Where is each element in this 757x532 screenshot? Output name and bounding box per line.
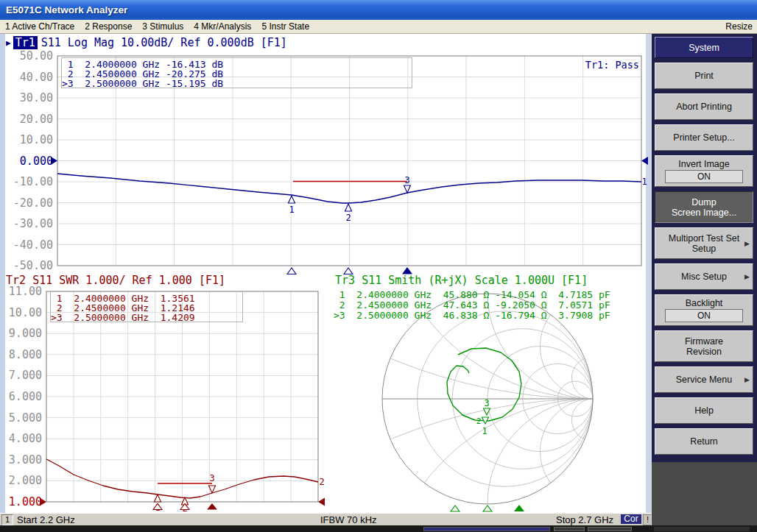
softkey-group-background: SystemPrintAbort PrintingPrinter Setup..…: [652, 34, 757, 462]
tr1-axis-marker1-icon: [287, 268, 296, 274]
tr1-marker3-label: 3: [404, 175, 409, 185]
stop-frequency: Stop 2.7 GHz: [556, 514, 613, 525]
tr1-marker3-icon: [404, 185, 411, 193]
submenu-arrow-icon: ▶: [744, 273, 750, 280]
title-bar: E5071C Network Analyzer: [0, 0, 757, 20]
y-tick-label: 10.00: [12, 130, 53, 151]
tr3-axis-marker3-icon: [514, 505, 524, 511]
misc-setup-button[interactable]: Misc Setup▶: [655, 263, 753, 290]
button-label: Return: [690, 436, 718, 447]
y-tick-label: -10.00: [12, 171, 53, 193]
tr3-label: Tr3: [335, 274, 355, 287]
tr1-y-axis-ticks: 50.0040.0030.0020.0010.000.000-10.00-20.…: [12, 46, 53, 277]
multiport-test-set-setup-button[interactable]: Multiport Test SetSetup▶: [655, 227, 753, 259]
tr1-marker1-icon: [289, 196, 295, 203]
menu-bar: 1 Active Ch/Trace2 Response3 Stimulus4 M…: [0, 20, 757, 34]
softkey-buttons: SystemPrintAbort PrintingPrinter Setup..…: [655, 37, 753, 459]
menu-1-active-ch-trace[interactable]: 1 Active Ch/Trace: [0, 20, 80, 32]
tr3-marker-table: 1 2.4000000 GHz 45.880 Ω -14.054 Ω 4.718…: [334, 290, 610, 321]
menu-3-stimulus[interactable]: 3 Stimulus: [137, 20, 189, 32]
softkey-sidebar: SystemPrintAbort PrintingPrinter Setup..…: [651, 34, 757, 525]
tr3-header[interactable]: Tr3 S11 Smith (R+jX) Scale 1.000U [F1]: [335, 274, 588, 287]
bottom-bar-segment: [423, 527, 550, 531]
y-tick-label: 4.000: [1, 428, 42, 450]
y-tick-label: 40.00: [12, 67, 53, 88]
dump-screen-image-button[interactable]: DumpScreen Image...: [655, 191, 753, 223]
button-label: Invert Image: [678, 159, 729, 169]
tr3-axis-marker1-icon: [451, 506, 460, 511]
marker-row: >3 2.5000000 GHz 46.838 Ω -16.794 Ω 3.79…: [334, 311, 610, 321]
marker-row: 2 2.4500000 GHz 47.643 Ω -9.2050 Ω 7.057…: [334, 300, 610, 311]
menu-5-instr-state[interactable]: 5 Instr State: [256, 20, 314, 32]
button-label: Help: [694, 405, 714, 416]
tr1-marker2-label: 2: [345, 213, 351, 223]
tr1-marker2-icon: [345, 204, 352, 211]
instrument-screen: E5071C Network Analyzer 1 Active Ch/Trac…: [0, 0, 757, 532]
y-tick-label: 6.000: [1, 386, 42, 408]
tr1-marker-table: 1 2.4000000 GHz -16.413 dB 2 2.4500000 G…: [61, 57, 412, 88]
tr1-pass-status: Tr1: Pass: [560, 59, 639, 71]
tr2-y-axis-ticks: 11.0010.009.0008.0007.0006.0005.0004.000…: [1, 281, 42, 513]
bottom-bar-segment: [554, 527, 585, 531]
button-label: Screen Image...: [672, 208, 736, 218]
menu-2-response[interactable]: 2 Response: [80, 20, 137, 32]
service-menu-button[interactable]: Service Menu▶: [655, 366, 753, 393]
button-label: Misc Setup: [681, 272, 727, 282]
marker-row: 1 2.4000000 GHz 45.880 Ω -14.054 Ω 4.718…: [334, 290, 610, 300]
firmware-revision-button[interactable]: FirmwareRevision: [655, 330, 753, 362]
return-button[interactable]: Return: [655, 428, 753, 455]
resize-button[interactable]: Resize: [725, 21, 753, 32]
tr1-marker1-label: 1: [289, 205, 294, 215]
marker-row: >3 2.5000000 GHz -15.195 dB: [62, 79, 412, 88]
button-label: Printer Setup...: [673, 132, 734, 143]
start-frequency: Start 2.2 GHz: [17, 514, 75, 525]
button-label: Firmware: [685, 336, 723, 347]
button-label: System: [689, 43, 719, 53]
y-tick-label: 7.000: [1, 365, 42, 386]
tr1-ref-arrow-right-icon: [641, 157, 648, 165]
toggle-state[interactable]: ON: [665, 309, 743, 322]
system-button[interactable]: System: [655, 37, 753, 58]
y-tick-label: 2.000: [1, 470, 42, 492]
y-tick-label: 3.000: [1, 450, 42, 471]
window-title: E5071C Network Analyzer: [6, 4, 127, 15]
active-trace-arrow-icon: ▶: [6, 38, 11, 48]
backlight-button[interactable]: BacklightON: [655, 294, 753, 326]
button-label: Abort Printing: [676, 102, 732, 112]
button-label: Multiport Test Set: [669, 233, 739, 244]
y-tick-label: 30.00: [12, 88, 53, 109]
tr2-trace-number: 2: [319, 477, 324, 487]
menu-4-mkr-analysis[interactable]: 4 Mkr/Analysis: [189, 20, 256, 32]
y-tick-label: -40.00: [12, 235, 53, 256]
tr3-marker1-label: 1: [482, 426, 487, 436]
bottom-bar-segment: [588, 527, 632, 531]
tr2-ref-arrow-right-icon: [318, 498, 325, 506]
print-button[interactable]: Print: [655, 63, 753, 89]
bottom-bar-segment: [654, 527, 750, 531]
printer-setup-button[interactable]: Printer Setup...: [655, 124, 753, 151]
tr3-marker3-label: 3: [484, 398, 489, 408]
correction-badge: Cor: [621, 514, 641, 524]
y-tick-label: 8.000: [1, 344, 42, 366]
submenu-arrow-icon: ▶: [744, 376, 750, 383]
tr2-axis-marker3-icon: [207, 503, 217, 510]
tr2-marker-table: 1 2.4000000 GHz 1.3561 2 2.4500000 GHz 1…: [50, 291, 243, 322]
y-tick-label: 50.00: [12, 46, 53, 67]
invert-image-button[interactable]: Invert ImageON: [655, 155, 753, 187]
abort-printing-button[interactable]: Abort Printing: [655, 93, 753, 120]
toggle-state[interactable]: ON: [665, 170, 743, 183]
y-tick-label: 0.000: [12, 151, 53, 172]
y-tick-label: 5.000: [1, 408, 42, 429]
tr3-axis-marker2-icon: [483, 506, 492, 511]
status-bar: 1 Start 2.2 GHz IFBW 70 kHz Stop 2.7 GHz…: [0, 513, 651, 525]
y-tick-label: -20.00: [12, 193, 53, 214]
tr2-marker3-label: 3: [209, 473, 214, 483]
marker-row: >3 2.5000000 GHz 1.4209: [51, 313, 242, 322]
help-button[interactable]: Help: [655, 397, 753, 424]
button-label: Service Menu: [676, 375, 732, 385]
tr1-trace-number: 1: [641, 177, 647, 187]
y-tick-label: 1.000: [1, 492, 42, 513]
button-label: Dump: [691, 197, 716, 208]
partial-bottom-bar: [0, 525, 757, 532]
y-tick-label: 9.000: [1, 323, 42, 344]
